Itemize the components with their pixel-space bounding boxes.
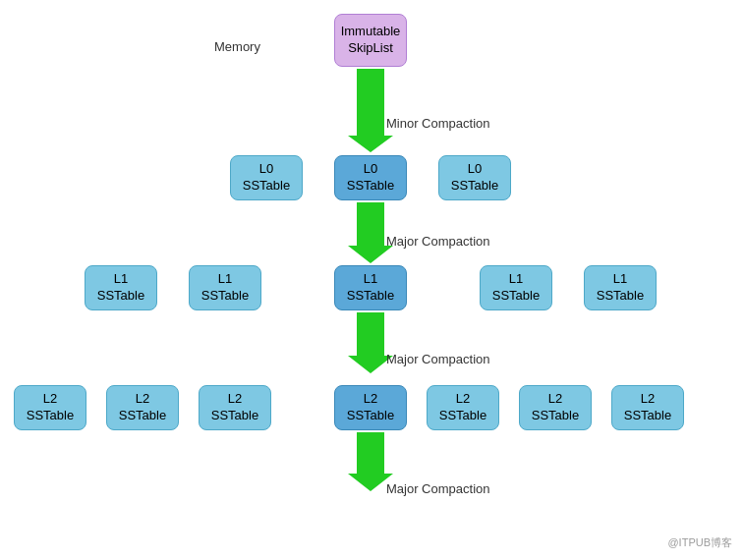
major-compaction-3-label: Major Compaction <box>386 481 490 496</box>
l2-sstable-4: L2 SSTable <box>334 385 407 430</box>
l1-sstable-3: L1 SSTable <box>334 265 407 310</box>
l1-3-label: L1 SSTable <box>347 271 394 305</box>
immutable-skiplist-node: Immutable SkipList <box>334 14 407 67</box>
l2-sstable-1: L2 SSTable <box>14 385 86 430</box>
l2-sstable-5: L2 SSTable <box>427 385 499 430</box>
l1-sstable-2: L1 SSTable <box>189 265 261 310</box>
l0-sstable-1: L0 SSTable <box>230 155 303 200</box>
l2-sstable-6: L2 SSTable <box>519 385 592 430</box>
l0-1-label: L0 SSTable <box>243 161 290 195</box>
memory-label: Memory <box>214 39 260 54</box>
l1-5-label: L1 SSTable <box>597 271 644 305</box>
l2-3-label: L2 SSTable <box>211 391 258 424</box>
l2-7-label: L2 SSTable <box>624 391 671 424</box>
l0-3-label: L0 SSTable <box>451 161 498 195</box>
l1-sstable-5: L1 SSTable <box>584 265 657 310</box>
l2-1-label: L2 SSTable <box>27 391 74 424</box>
svg-marker-1 <box>348 69 393 152</box>
immutable-label: Immutable SkipList <box>341 24 401 57</box>
l2-sstable-2: L2 SSTable <box>106 385 179 430</box>
l0-sstable-3: L0 SSTable <box>438 155 511 200</box>
lsm-diagram: Memory Immutable SkipList Minor Compacti… <box>0 0 744 560</box>
l2-4-label: L2 SSTable <box>347 391 394 424</box>
l2-sstable-7: L2 SSTable <box>611 385 684 430</box>
major-compaction-2-label: Major Compaction <box>386 352 490 366</box>
l2-sstable-3: L2 SSTable <box>199 385 271 430</box>
l1-sstable-1: L1 SSTable <box>85 265 157 310</box>
watermark: @ITPUB博客 <box>667 535 732 550</box>
l0-sstable-2: L0 SSTable <box>334 155 407 200</box>
l1-sstable-4: L1 SSTable <box>480 265 552 310</box>
svg-marker-2 <box>348 202 393 263</box>
l2-2-label: L2 SSTable <box>119 391 166 424</box>
minor-compaction-label: Minor Compaction <box>386 116 490 131</box>
l1-4-label: L1 SSTable <box>492 271 540 305</box>
major-compaction-1-label: Major Compaction <box>386 234 490 249</box>
l2-6-label: L2 SSTable <box>532 391 579 424</box>
l0-2-label: L0 SSTable <box>347 161 394 195</box>
l1-2-label: L1 SSTable <box>201 271 249 305</box>
l2-5-label: L2 SSTable <box>439 391 486 424</box>
l1-1-label: L1 SSTable <box>97 271 144 305</box>
